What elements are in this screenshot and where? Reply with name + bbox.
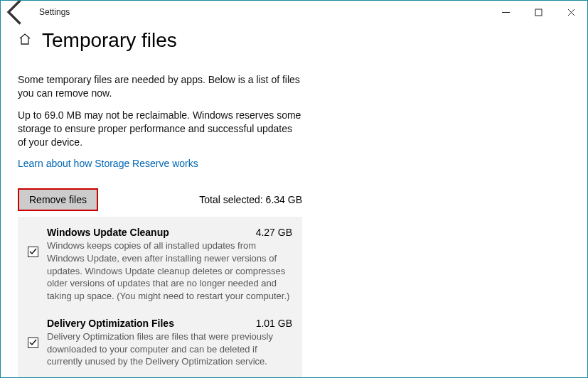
action-row: Remove files Total selected: 6.34 GB — [18, 188, 302, 211]
checkbox-windows-update-cleanup[interactable] — [28, 247, 38, 257]
page-title: Temporary files — [42, 29, 177, 52]
item-description: Windows keeps copies of all installed up… — [47, 239, 292, 302]
home-icon[interactable] — [18, 32, 32, 50]
checkbox-delivery-optimization[interactable] — [28, 338, 38, 348]
titlebar: Settings — [1, 1, 587, 23]
storage-reserve-link[interactable]: Learn about how Storage Reserve works — [18, 158, 198, 169]
item-title: Windows Update Cleanup — [47, 227, 169, 238]
back-button[interactable] — [1, 1, 32, 23]
remove-files-button[interactable]: Remove files — [18, 188, 98, 211]
page-header: Temporary files — [18, 29, 570, 52]
intro-text-2: Up to 69.0 MB may not be reclaimable. Wi… — [18, 109, 302, 149]
list-item: Windows Update Cleanup 4.27 GB Windows k… — [28, 227, 292, 302]
window-controls — [489, 1, 587, 23]
window-title: Settings — [39, 7, 70, 17]
maximize-button[interactable] — [522, 1, 555, 23]
svg-rect-1 — [535, 9, 542, 16]
intro-text-1: Some temporary files are needed by apps.… — [18, 73, 302, 100]
item-size: 4.27 GB — [256, 227, 292, 238]
minimize-button[interactable] — [489, 1, 522, 23]
file-category-list: Windows Update Cleanup 4.27 GB Windows k… — [18, 217, 302, 378]
settings-window: Settings Temporary files Some temporary … — [0, 0, 588, 378]
item-title: Delivery Optimization Files — [47, 318, 174, 329]
close-button[interactable] — [555, 1, 587, 23]
list-item: Delivery Optimization Files 1.01 GB Deli… — [28, 318, 292, 368]
body-column: Some temporary files are needed by apps.… — [18, 73, 302, 170]
item-size: 1.01 GB — [256, 318, 292, 329]
content-area: Temporary files Some temporary files are… — [1, 23, 587, 378]
item-description: Delivery Optimization files are files th… — [47, 330, 292, 368]
total-selected-text: Total selected: 6.34 GB — [199, 194, 302, 205]
